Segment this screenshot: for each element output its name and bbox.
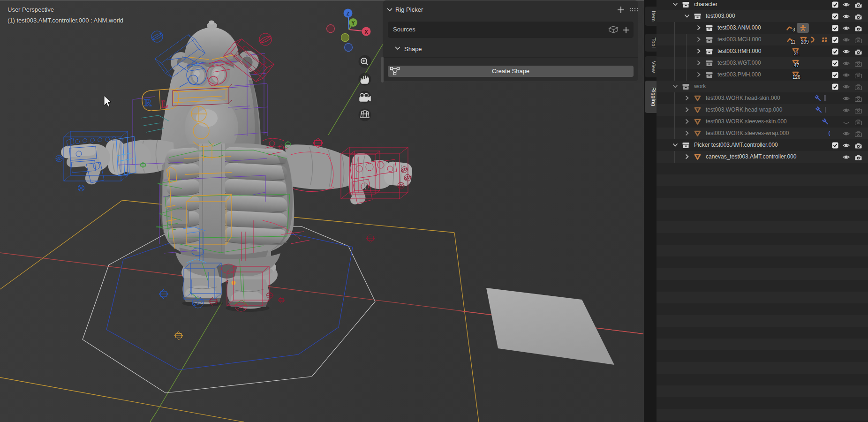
- svg-text:Y: Y: [351, 20, 355, 26]
- svg-text:L: L: [161, 98, 168, 110]
- svg-text:R: R: [144, 97, 152, 108]
- svg-text:Z: Z: [347, 11, 350, 16]
- svg-text:X: X: [364, 29, 368, 35]
